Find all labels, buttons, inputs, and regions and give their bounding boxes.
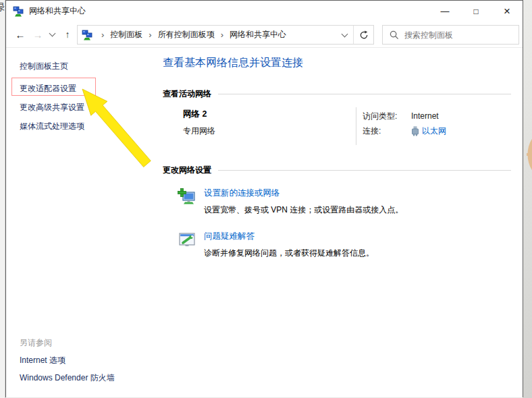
search-icon (390, 30, 399, 40)
network-sharing-center-window: 网络和共享中心 — □ × ← → ↑ › 控制 (5, 0, 523, 397)
window-controls: — □ × (429, 1, 523, 22)
change-settings-section-header: 更改网络设置 (163, 165, 523, 176)
background-window-left: 绿 (0, 0, 5, 398)
up-button[interactable]: ↑ (60, 22, 75, 47)
connection-row: 连接: 以太网 (363, 123, 446, 138)
forward-button[interactable]: → (30, 22, 45, 47)
sidebar-item-windows-defender-firewall[interactable]: Windows Defender 防火墙 (20, 372, 115, 384)
active-networks-section-header: 查看活动网络 (163, 88, 523, 100)
refresh-icon (359, 30, 369, 40)
sidebar-item-control-panel-home[interactable]: 控制面板主页 (20, 61, 68, 72)
recent-pages-dropdown[interactable] (47, 22, 57, 47)
connection-link-ethernet[interactable]: 以太网 (422, 125, 446, 137)
search-input[interactable] (404, 30, 518, 40)
new-connection-icon (178, 188, 196, 206)
section-divider (218, 94, 511, 94)
task-text: 设置新的连接或网络 设置宽带、拨号或 VPN 连接；或设置路由器或接入点。 (204, 188, 403, 216)
setup-new-connection-link[interactable]: 设置新的连接或网络 (204, 188, 403, 199)
active-network-panel: 网络 2 专用网络 访问类型: Internet 连接: (163, 109, 523, 150)
address-dropdown-button[interactable] (336, 26, 353, 44)
desktop: 绿 网络和共享中心 — □ × ← → (0, 0, 532, 398)
refresh-button[interactable] (353, 26, 373, 44)
background-text-fragment: 绿 (0, 1, 5, 13)
sidebar-item-change-adapter-settings[interactable]: 更改适配器设置 (20, 83, 76, 94)
vertical-divider (356, 107, 356, 145)
search-box[interactable] (382, 25, 519, 45)
breadcrumb-all-items[interactable]: 所有控制面板项 (157, 29, 216, 40)
title-bar: 网络和共享中心 — □ × (6, 1, 523, 22)
breadcrumb-separator: › (97, 30, 109, 40)
chevron-down-icon (341, 30, 348, 37)
network-details: 访问类型: Internet 连接: (363, 109, 446, 138)
window-title: 网络和共享中心 (29, 5, 86, 17)
close-button[interactable]: × (491, 1, 523, 22)
main-content: 查看基本网络信息并设置连接 查看活动网络 网络 2 专用网络 访问类型: Int… (157, 49, 523, 397)
background-red-circle (523, 123, 532, 191)
navigation-toolbar: ← → ↑ › 控制面板 › 所有控制面板项 › 网络和共享中心 (6, 22, 523, 48)
section-divider (218, 170, 511, 171)
network-name: 网络 2 (183, 109, 215, 120)
page-title: 查看基本网络信息并设置连接 (163, 56, 523, 70)
ethernet-icon (411, 126, 419, 136)
task-troubleshoot: 问题疑难解答 诊断并修复网络问题，或者获得疑难解答信息。 (178, 231, 523, 259)
breadcrumb-separator: › (216, 30, 228, 40)
network-icon (82, 30, 92, 40)
access-type-row: 访问类型: Internet (363, 109, 446, 123)
network-identity: 网络 2 专用网络 (183, 109, 215, 137)
access-type-label: 访问类型: (363, 111, 411, 122)
section-label: 更改网络设置 (163, 165, 211, 176)
troubleshoot-icon (178, 231, 196, 250)
see-also-header: 另请参阅 (20, 337, 52, 349)
troubleshoot-link[interactable]: 问题疑难解答 (204, 231, 374, 242)
breadcrumb-network-sharing-center[interactable]: 网络和共享中心 (228, 29, 288, 40)
connection-label: 连接: (363, 125, 411, 137)
chevron-down-icon (49, 30, 55, 37)
background-window-right (523, 0, 532, 398)
network-icon (13, 6, 24, 17)
task-new-connection: 设置新的连接或网络 设置宽带、拨号或 VPN 连接；或设置路由器或接入点。 (178, 188, 523, 216)
sidebar-item-change-advanced-sharing[interactable]: 更改高级共享设置 (20, 102, 84, 113)
address-bar[interactable]: › 控制面板 › 所有控制面板项 › 网络和共享中心 (77, 25, 374, 45)
client-area: 控制面板主页 更改适配器设置 更改高级共享设置 媒体流式处理选项 另请参阅 In… (6, 49, 523, 397)
setup-new-connection-desc: 设置宽带、拨号或 VPN 连接；或设置路由器或接入点。 (204, 204, 403, 216)
task-text: 问题疑难解答 诊断并修复网络问题，或者获得疑难解答信息。 (204, 231, 374, 259)
sidebar-item-internet-options[interactable]: Internet 选项 (20, 355, 65, 366)
minimize-button[interactable]: — (429, 1, 460, 22)
troubleshoot-desc: 诊断并修复网络问题，或者获得疑难解答信息。 (204, 248, 374, 259)
sidebar-item-media-streaming-options[interactable]: 媒体流式处理选项 (20, 121, 84, 132)
access-type-value: Internet (411, 111, 439, 121)
breadcrumb-control-panel[interactable]: 控制面板 (109, 29, 144, 40)
sidebar: 控制面板主页 更改适配器设置 更改高级共享设置 媒体流式处理选项 另请参阅 In… (6, 49, 157, 397)
network-profile: 专用网络 (183, 125, 215, 137)
breadcrumb-separator: › (144, 30, 156, 40)
back-button[interactable]: ← (11, 22, 29, 47)
maximize-button[interactable]: □ (460, 1, 491, 22)
section-label: 查看活动网络 (163, 88, 211, 100)
